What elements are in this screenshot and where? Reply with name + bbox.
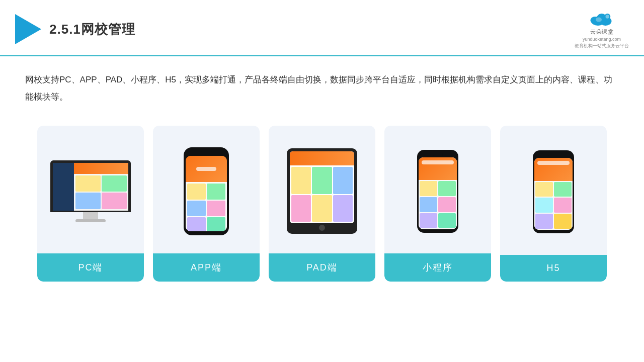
- card-pc-label: PC端: [37, 253, 144, 282]
- card-mini-label: 小程序: [384, 253, 491, 282]
- card-pad: PAD端: [269, 126, 375, 282]
- card-pad-label: PAD端: [269, 253, 375, 282]
- brand-cloud-icon: [587, 9, 617, 27]
- card-pad-image: [276, 136, 368, 246]
- card-mini-image: [391, 136, 484, 246]
- card-app: APP端: [153, 126, 260, 282]
- phone-app-icon: [184, 147, 229, 235]
- svg-point-4: [596, 18, 602, 22]
- svg-point-6: [606, 15, 610, 19]
- logo-triangle-icon: [15, 14, 41, 44]
- brand-name: 云朵课堂: [590, 28, 613, 36]
- brand-logo: 云朵课堂 yunduoketang.com 教育机构一站式服务云平台: [575, 9, 629, 49]
- pc-monitor-icon: [50, 160, 131, 222]
- brand-service-tagline: 教育机构一站式服务云平台: [575, 43, 629, 49]
- cards-container: PC端: [25, 126, 619, 282]
- card-pc: PC端: [37, 126, 144, 282]
- tablet-icon: [287, 148, 357, 234]
- card-app-image: [160, 136, 253, 246]
- card-app-label: APP端: [153, 253, 260, 282]
- card-h5: H5: [500, 126, 607, 282]
- card-pc-image: [44, 136, 137, 246]
- brand-tagline: yunduoketang.com: [583, 37, 621, 42]
- card-mini: 小程序: [384, 126, 491, 282]
- card-h5-image: [507, 136, 600, 248]
- phone-mini-icon: [417, 150, 458, 233]
- phone-h5-icon: [533, 150, 574, 233]
- main-content: 网校支持PC、APP、PAD、小程序、H5，实现多端打通，产品各终端自由切换，数…: [0, 56, 644, 292]
- page-header: 2.5.1网校管理 云朵课堂 yunduoketang.com 教育机构一站式服…: [0, 0, 644, 56]
- card-h5-label: H5: [500, 255, 607, 282]
- page-title: 2.5.1网校管理: [49, 21, 135, 38]
- description-text: 网校支持PC、APP、PAD、小程序、H5，实现多端打通，产品各终端自由切换，数…: [25, 71, 619, 106]
- header-left: 2.5.1网校管理: [15, 14, 135, 44]
